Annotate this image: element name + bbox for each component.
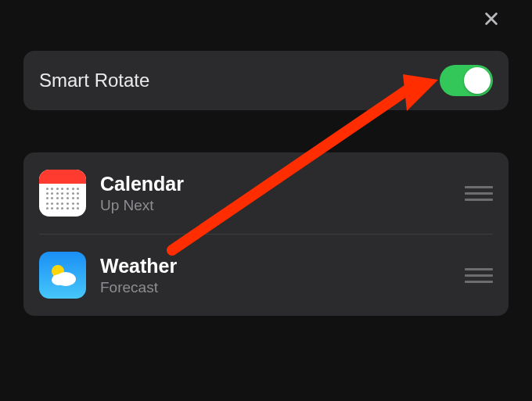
widget-row-weather[interactable]: Weather Forecast bbox=[23, 235, 509, 316]
smart-rotate-row: Smart Rotate bbox=[23, 51, 509, 110]
widget-text: Calendar Up Next bbox=[100, 173, 451, 214]
widget-title: Calendar bbox=[100, 173, 451, 195]
close-button[interactable] bbox=[474, 3, 509, 38]
smart-rotate-toggle[interactable] bbox=[440, 65, 493, 96]
toggle-knob bbox=[464, 67, 491, 94]
smart-rotate-label: Smart Rotate bbox=[39, 70, 149, 91]
widget-row-calendar[interactable]: Calendar Up Next bbox=[23, 152, 509, 234]
close-icon bbox=[483, 10, 500, 30]
svg-point-4 bbox=[52, 274, 66, 285]
widget-text: Weather Forecast bbox=[100, 255, 451, 296]
widget-subtitle: Up Next bbox=[100, 197, 451, 214]
weather-icon bbox=[39, 252, 86, 299]
calendar-icon bbox=[39, 170, 86, 217]
widget-list: Calendar Up Next Weather Forecast bbox=[23, 152, 509, 316]
drag-handle-icon[interactable] bbox=[465, 268, 493, 283]
widget-subtitle: Forecast bbox=[100, 279, 451, 296]
drag-handle-icon[interactable] bbox=[465, 186, 493, 201]
widget-title: Weather bbox=[100, 255, 451, 277]
